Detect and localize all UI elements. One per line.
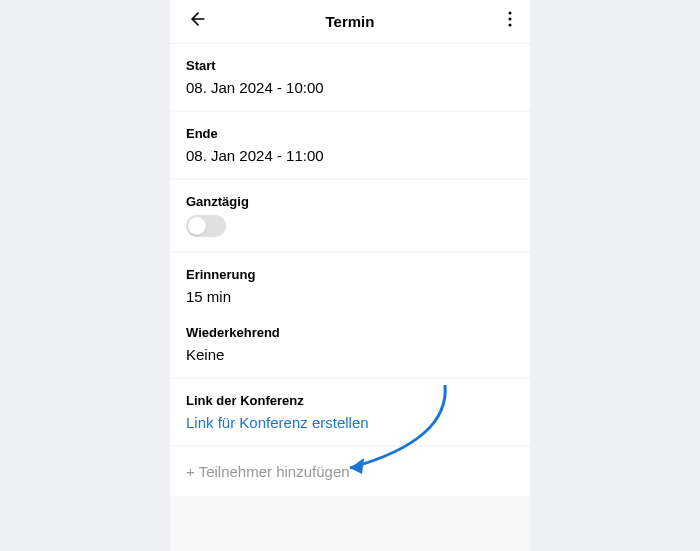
reminder-recurring-section: Erinnerung 15 min Wiederkehrend Keine	[170, 253, 530, 377]
conference-label: Link der Konferenz	[186, 393, 514, 408]
svg-point-3	[509, 24, 512, 27]
more-menu-icon[interactable]	[504, 7, 516, 36]
toggle-thumb	[188, 217, 206, 235]
appointment-screen: Termin Start 08. Jan 2024 - 10:00 Ende 0…	[170, 0, 530, 551]
header-bar: Termin	[170, 0, 530, 44]
svg-point-2	[509, 18, 512, 21]
recurring-label: Wiederkehrend	[186, 325, 514, 340]
svg-point-1	[509, 12, 512, 15]
conference-section: Link der Konferenz Link für Konferenz er…	[170, 379, 530, 445]
end-value: 08. Jan 2024 - 11:00	[186, 147, 514, 164]
start-label: Start	[186, 58, 514, 73]
allday-section: Ganztägig	[170, 180, 530, 251]
add-participant-button[interactable]: + Teilnehmer hinzufügen	[170, 447, 530, 496]
start-value: 08. Jan 2024 - 10:00	[186, 79, 514, 96]
start-section[interactable]: Start 08. Jan 2024 - 10:00	[170, 44, 530, 110]
page-title: Termin	[326, 13, 375, 30]
allday-toggle[interactable]	[186, 215, 226, 237]
reminder-value: 15 min	[186, 288, 514, 305]
allday-label: Ganztägig	[186, 194, 514, 209]
end-label: Ende	[186, 126, 514, 141]
reminder-label: Erinnerung	[186, 267, 514, 282]
recurring-row[interactable]: Wiederkehrend Keine	[186, 325, 514, 363]
back-icon[interactable]	[184, 5, 212, 38]
reminder-row[interactable]: Erinnerung 15 min	[186, 267, 514, 305]
create-conference-link[interactable]: Link für Konferenz erstellen	[186, 414, 514, 431]
end-section[interactable]: Ende 08. Jan 2024 - 11:00	[170, 112, 530, 178]
recurring-value: Keine	[186, 346, 514, 363]
